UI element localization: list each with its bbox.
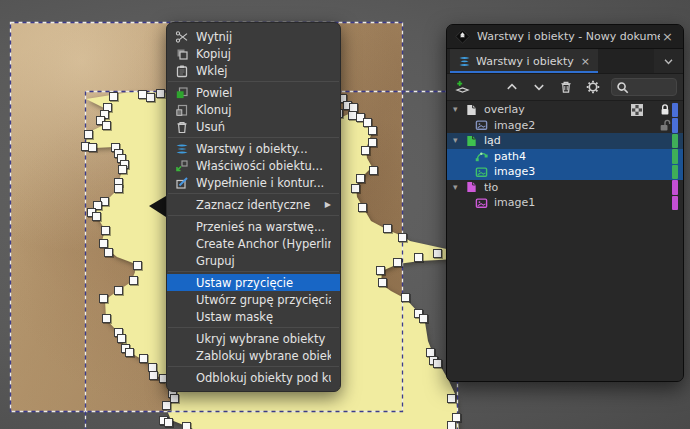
dialog-titlebar[interactable]: Warstwy i obiekty - Nowy dokument 1 ×	[447, 25, 683, 49]
node-handle[interactable]	[369, 166, 378, 175]
menu-item-hide-selected[interactable]: Ukryj wybrane obiekty	[167, 330, 340, 347]
menu-item-set-mask[interactable]: Ustaw maskę	[167, 308, 340, 325]
lock-open-icon[interactable]	[659, 119, 671, 132]
search-input[interactable]	[611, 78, 677, 96]
node-handle[interactable]	[398, 233, 407, 242]
node-handle[interactable]	[102, 314, 111, 323]
node-handle[interactable]	[114, 184, 123, 193]
node-handle[interactable]	[356, 174, 365, 183]
node-handle[interactable]	[433, 249, 442, 258]
node-handle[interactable]	[84, 130, 93, 139]
menu-item-create-anchor[interactable]: Create Anchor (Hyperlink)	[167, 235, 340, 252]
node-handle[interactable]	[361, 146, 370, 155]
node-handle[interactable]	[447, 421, 456, 429]
layer-color-strip	[672, 103, 678, 118]
menu-item-label: Ustaw maskę	[196, 310, 331, 324]
node-handle[interactable]	[133, 261, 142, 270]
node-handle[interactable]	[378, 278, 387, 287]
node-handle[interactable]	[156, 89, 165, 98]
node-handle[interactable]	[101, 226, 110, 235]
node-handle[interactable]	[182, 422, 191, 429]
add-layer-icon[interactable]	[453, 78, 471, 96]
object-row-image2[interactable]: image2	[447, 118, 683, 134]
none-icon	[175, 220, 196, 234]
menu-item-move-to-layer[interactable]: Przenieś na warstwę...	[167, 218, 340, 235]
node-handle[interactable]	[447, 394, 456, 403]
close-icon[interactable]: ×	[660, 30, 675, 43]
chevron-up-icon[interactable]	[503, 78, 521, 96]
menu-separator	[168, 366, 339, 367]
node-handle[interactable]	[114, 286, 123, 295]
node-handle[interactable]	[149, 371, 158, 380]
node-handle[interactable]	[419, 314, 428, 323]
menu-item-delete[interactable]: Usuń	[167, 118, 340, 135]
node-handle[interactable]	[117, 334, 126, 343]
tab-label: Warstwy i obiekty	[476, 55, 574, 68]
panel-toolbar	[447, 74, 683, 101]
trash-icon[interactable]	[557, 78, 575, 96]
scissors-icon	[175, 30, 196, 44]
node-handle[interactable]	[401, 293, 410, 302]
menu-item-paste[interactable]: Wklej	[167, 62, 340, 79]
node-handle[interactable]	[118, 165, 127, 174]
paste-icon	[175, 64, 196, 78]
node-handle[interactable]	[351, 184, 360, 193]
object-row-path4[interactable]: path4	[447, 149, 683, 165]
lock-closed-icon[interactable]	[659, 103, 671, 116]
node-handle[interactable]	[376, 266, 385, 275]
gear-icon[interactable]	[584, 78, 602, 96]
node-handle[interactable]	[358, 203, 367, 212]
panel-dropdown-button[interactable]	[654, 49, 683, 73]
node-handle[interactable]	[164, 418, 173, 427]
node-handle[interactable]	[139, 354, 148, 363]
node-handle[interactable]	[170, 394, 179, 403]
node-handle[interactable]	[99, 239, 108, 248]
node-handle[interactable]	[92, 212, 101, 221]
menu-item-label: Usuń	[196, 120, 331, 134]
object-row-image1[interactable]: image1	[447, 195, 683, 211]
menu-item-select-same[interactable]: Zaznacz identyczne▶	[167, 196, 340, 213]
chevron-down-icon[interactable]	[530, 78, 548, 96]
layer-row-ląd[interactable]: ▾ląd	[447, 133, 683, 149]
menu-item-object-properties[interactable]: Właściwości obiektu...	[167, 157, 340, 174]
image-icon	[475, 165, 491, 179]
node-handle[interactable]	[104, 248, 113, 257]
node-handle[interactable]	[88, 143, 97, 152]
node-handle[interactable]	[162, 401, 171, 410]
tab-layers-objects[interactable]: Warstwy i obiekty ×	[450, 49, 598, 73]
menu-item-fill-stroke[interactable]: Wypełnienie i kontur...	[167, 174, 340, 191]
node-handle[interactable]	[383, 224, 392, 233]
expander-icon[interactable]: ▾	[453, 105, 465, 114]
node-handle[interactable]	[146, 93, 155, 102]
blend-icon[interactable]	[631, 104, 643, 116]
tab-close-icon[interactable]: ×	[581, 55, 590, 68]
node-handle[interactable]	[129, 276, 138, 285]
menu-item-unlock-under-cursor[interactable]: Odblokuj obiekty pod kursorem	[167, 369, 340, 386]
object-row-image3[interactable]: image3	[447, 164, 683, 180]
menu-item-group[interactable]: Grupuj	[167, 252, 340, 269]
image-icon	[475, 118, 491, 132]
expander-icon[interactable]: ▾	[453, 183, 465, 192]
node-handle[interactable]	[433, 359, 442, 368]
none-icon	[175, 371, 196, 385]
expander-icon[interactable]: ▾	[453, 136, 465, 145]
layer-row-overlay[interactable]: ▾overlay	[447, 102, 683, 118]
menu-item-cut[interactable]: Wytnij	[167, 28, 340, 45]
node-handle[interactable]	[414, 253, 423, 262]
node-handle[interactable]	[109, 92, 118, 101]
menu-item-clone[interactable]: Klonuj	[167, 101, 340, 118]
node-handle[interactable]	[102, 121, 111, 130]
node-handle[interactable]	[125, 348, 134, 357]
menu-item-duplicate[interactable]: Powiel	[167, 84, 340, 101]
layer-row-tło[interactable]: ▾tło	[447, 180, 683, 196]
menu-item-layers-objects[interactable]: Warstwy i obiekty...	[167, 140, 340, 157]
node-handle[interactable]	[393, 258, 402, 267]
menu-item-lock-selected[interactable]: Zablokuj wybrane obiekty	[167, 347, 340, 364]
node-handle[interactable]	[368, 126, 377, 135]
node-handle[interactable]	[99, 294, 108, 303]
menu-item-label: Właściwości obiektu...	[196, 159, 331, 173]
menu-item-set-clip[interactable]: Ustaw przycięcie	[167, 274, 340, 291]
menu-item-create-clip-group[interactable]: Utwórz grupę przycięcia	[167, 291, 340, 308]
menu-item-label: Kopiuj	[196, 47, 331, 61]
menu-item-copy[interactable]: Kopiuj	[167, 45, 340, 62]
